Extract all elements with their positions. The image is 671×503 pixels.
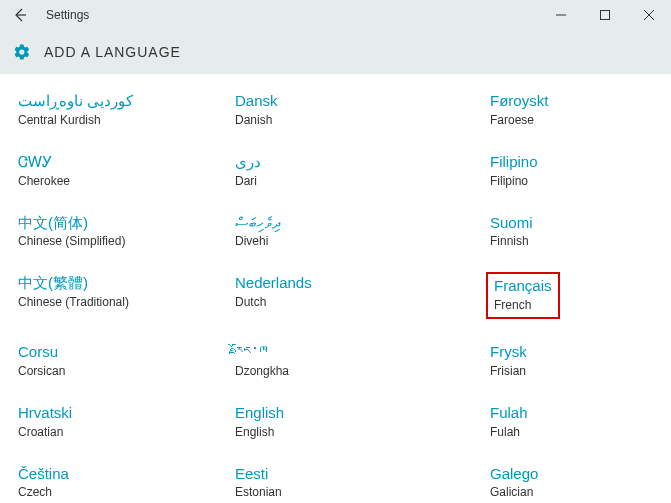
- language-native-name: Frysk: [490, 343, 653, 362]
- settings-gear-icon: [12, 42, 32, 62]
- language-item[interactable]: EestiEstonian: [231, 463, 440, 502]
- language-item[interactable]: DanskDanish: [231, 90, 440, 129]
- language-item[interactable]: FrançaisFrench: [486, 272, 560, 319]
- arrow-left-icon: [12, 7, 28, 23]
- language-cell: CorsuCorsican: [14, 341, 223, 380]
- language-english-name: Faroese: [490, 113, 653, 127]
- language-native-name: ދިވެހިބަސް: [235, 214, 436, 233]
- language-native-name: Čeština: [18, 465, 219, 484]
- language-native-name: Føroyskt: [490, 92, 653, 111]
- language-cell: درىDari: [231, 151, 440, 190]
- svg-rect-2: [601, 11, 610, 20]
- language-cell: FøroysktFaroese: [448, 90, 657, 129]
- language-cell: 中文(繁體)Chinese (Traditional): [14, 272, 223, 319]
- language-item[interactable]: FilipinoFilipino: [486, 151, 657, 190]
- language-item[interactable]: FryskFrisian: [486, 341, 657, 380]
- language-item[interactable]: 中文(繁體)Chinese (Traditional): [14, 272, 223, 311]
- language-native-name: 中文(简体): [18, 214, 219, 233]
- language-english-name: Chinese (Traditional): [18, 295, 219, 309]
- language-cell: ČeštinaCzech: [14, 463, 223, 502]
- language-english-name: Dzongkha: [235, 364, 436, 378]
- language-cell: FulahFulah: [448, 402, 657, 441]
- language-item[interactable]: ᏣᎳᎩCherokee: [14, 151, 223, 190]
- language-native-name: Dansk: [235, 92, 436, 111]
- page-header: ADD A LANGUAGE: [0, 30, 671, 74]
- back-button[interactable]: [8, 3, 32, 27]
- page-title: ADD A LANGUAGE: [44, 44, 181, 60]
- language-native-name: ᏣᎳᎩ: [18, 153, 219, 172]
- language-item[interactable]: درىDari: [231, 151, 440, 190]
- language-english-name: Filipino: [490, 174, 653, 188]
- language-native-name: Galego: [490, 465, 653, 484]
- language-native-name: རྫོང་ཁ: [235, 343, 436, 362]
- language-item[interactable]: ދިވެހިބަސްDivehi: [231, 212, 440, 251]
- language-native-name: Nederlands: [235, 274, 436, 293]
- language-item[interactable]: ČeštinaCzech: [14, 463, 223, 502]
- window-controls: [539, 0, 671, 30]
- language-cell: HrvatskiCroatian: [14, 402, 223, 441]
- language-cell: GalegoGalician: [448, 463, 657, 502]
- language-english-name: Fulah: [490, 425, 653, 439]
- language-english-name: Corsican: [18, 364, 219, 378]
- titlebar: Settings: [0, 0, 671, 30]
- titlebar-left: Settings: [8, 3, 89, 27]
- content-area: کوردیی ناوەڕاستCentral KurdishDanskDanis…: [0, 74, 671, 503]
- language-native-name: Hrvatski: [18, 404, 219, 423]
- language-grid: کوردیی ناوەڕاستCentral KurdishDanskDanis…: [14, 90, 657, 501]
- language-item[interactable]: FulahFulah: [486, 402, 657, 441]
- language-english-name: Czech: [18, 485, 219, 499]
- language-cell: NederlandsDutch: [231, 272, 440, 319]
- language-cell: FrançaisFrench: [448, 272, 657, 319]
- close-button[interactable]: [627, 0, 671, 30]
- maximize-icon: [600, 10, 610, 20]
- language-item[interactable]: FøroysktFaroese: [486, 90, 657, 129]
- language-item[interactable]: CorsuCorsican: [14, 341, 223, 380]
- language-english-name: Estonian: [235, 485, 436, 499]
- language-item[interactable]: HrvatskiCroatian: [14, 402, 223, 441]
- language-cell: རྫོང་ཁDzongkha: [231, 341, 440, 380]
- language-english-name: Danish: [235, 113, 436, 127]
- language-english-name: French: [494, 298, 552, 312]
- language-native-name: Fulah: [490, 404, 653, 423]
- language-cell: ᏣᎳᎩCherokee: [14, 151, 223, 190]
- language-item[interactable]: GalegoGalician: [486, 463, 657, 502]
- language-item[interactable]: EnglishEnglish: [231, 402, 440, 441]
- language-native-name: Filipino: [490, 153, 653, 172]
- minimize-icon: [556, 10, 566, 20]
- language-cell: FilipinoFilipino: [448, 151, 657, 190]
- language-cell: SuomiFinnish: [448, 212, 657, 251]
- language-english-name: Central Kurdish: [18, 113, 219, 127]
- language-english-name: Galician: [490, 485, 653, 499]
- minimize-button[interactable]: [539, 0, 583, 30]
- language-native-name: English: [235, 404, 436, 423]
- language-item[interactable]: རྫོང་ཁDzongkha: [231, 341, 440, 380]
- language-native-name: درى: [235, 153, 436, 172]
- language-native-name: Français: [494, 277, 552, 296]
- language-item[interactable]: SuomiFinnish: [486, 212, 657, 251]
- language-english-name: Cherokee: [18, 174, 219, 188]
- language-item[interactable]: 中文(简体)Chinese (Simplified): [14, 212, 223, 251]
- language-cell: DanskDanish: [231, 90, 440, 129]
- language-cell: EestiEstonian: [231, 463, 440, 502]
- language-item[interactable]: کوردیی ناوەڕاستCentral Kurdish: [14, 90, 223, 129]
- language-english-name: Dari: [235, 174, 436, 188]
- close-icon: [644, 10, 654, 20]
- language-english-name: Finnish: [490, 234, 653, 248]
- language-english-name: Croatian: [18, 425, 219, 439]
- language-cell: EnglishEnglish: [231, 402, 440, 441]
- language-cell: FryskFrisian: [448, 341, 657, 380]
- language-english-name: Chinese (Simplified): [18, 234, 219, 248]
- language-native-name: Eesti: [235, 465, 436, 484]
- window-title: Settings: [46, 8, 89, 22]
- language-english-name: Frisian: [490, 364, 653, 378]
- maximize-button[interactable]: [583, 0, 627, 30]
- language-cell: 中文(简体)Chinese (Simplified): [14, 212, 223, 251]
- language-native-name: 中文(繁體): [18, 274, 219, 293]
- language-english-name: Divehi: [235, 234, 436, 248]
- language-english-name: Dutch: [235, 295, 436, 309]
- language-cell: ދިވެހިބަސްDivehi: [231, 212, 440, 251]
- language-item[interactable]: NederlandsDutch: [231, 272, 440, 311]
- language-native-name: Suomi: [490, 214, 653, 233]
- language-english-name: English: [235, 425, 436, 439]
- language-native-name: Corsu: [18, 343, 219, 362]
